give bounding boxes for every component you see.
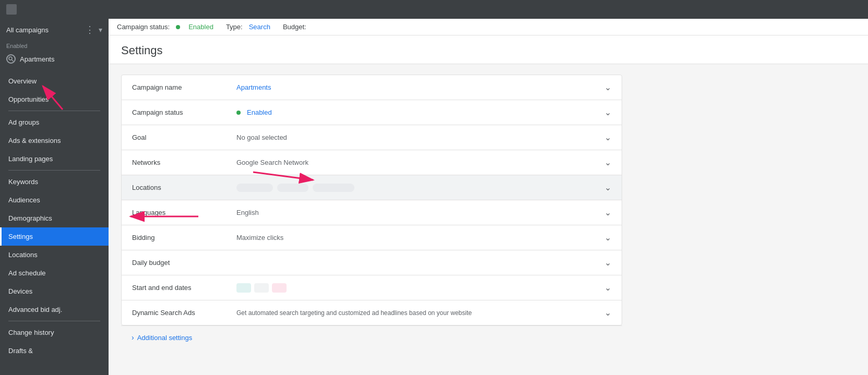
sidebar-item-overview[interactable]: Overview [0,72,109,90]
dynamic-search-ads-field-value: Get automated search targeting and custo… [236,309,604,317]
date-pill-gray [254,283,269,293]
campaign-status-field-value: Enabled [236,108,604,116]
settings-row-dynamic-search-ads[interactable]: Dynamic Search Ads Get automated search … [122,300,622,325]
sidebar-campaign-item[interactable]: Apartments [6,51,102,67]
sidebar-header: All campaigns ⋮ ▾ [0,19,109,41]
settings-row-networks[interactable]: Networks Google Search Network ⌄ [122,150,622,175]
additional-settings-label: Additional settings [137,334,193,342]
sidebar-item-landing-pages[interactable]: Landing pages [0,150,109,168]
bidding-chevron: ⌄ [604,233,611,243]
daily-budget-chevron: ⌄ [604,258,611,268]
sidebar-item-opportunities[interactable]: Opportunities [0,90,109,108]
settings-row-goal[interactable]: Goal No goal selected ⌄ [122,125,622,150]
networks-field-value: Google Search Network [236,159,604,166]
date-pill-teal [236,283,251,293]
networks-chevron: ⌄ [604,158,611,167]
campaign-status-value: Enabled [188,23,213,31]
start-end-dates-chevron: ⌄ [604,283,611,293]
locations-field-label: Locations [132,184,236,191]
date-pill-pink [272,283,287,293]
sidebar-item-change-history[interactable]: Change history [0,323,109,342]
campaign-type-label: Type: [226,23,243,31]
sidebar-item-ad-schedule[interactable]: Ad schedule [0,264,109,282]
campaign-status-field-label: Campaign status [132,108,236,116]
content-area: Campaign status: Enabled Type: Search Bu… [109,19,868,375]
sidebar-item-ads-extensions[interactable]: Ads & extensions [0,131,109,150]
sidebar-item-keywords[interactable]: Keywords [0,173,109,191]
campaign-name-field-label: Campaign name [132,83,236,91]
sidebar-item-drafts[interactable]: Drafts & [0,342,109,360]
sidebar: All campaigns ⋮ ▾ Enabled Apartments Ove… [0,19,109,375]
goal-field-value: No goal selected [236,134,604,141]
daily-budget-field-label: Daily budget [132,259,236,267]
location-pill-2 [277,184,308,192]
campaign-status-chevron: ⌄ [604,107,611,117]
settings-row-locations[interactable]: Locations ⌄ [122,175,622,200]
campaign-status-bar: Campaign status: Enabled Type: Search Bu… [109,19,868,35]
sidebar-arrow-icon[interactable]: ▾ [99,26,102,34]
sidebar-item-devices[interactable]: Devices [0,282,109,300]
status-enabled-dot [236,111,241,115]
campaign-status-dot [176,25,180,29]
campaign-type-value: Search [249,23,270,31]
start-end-dates-field-label: Start and end dates [132,284,236,292]
settings-row-start-end-dates[interactable]: Start and end dates ⌄ [122,275,622,300]
campaign-status-label: Enabled [6,43,102,49]
sidebar-nav: Overview Opportunities Ad groups Ads & e… [0,72,109,375]
languages-field-label: Languages [132,209,236,216]
page-title: Settings [121,44,855,57]
campaign-name-field-value: Apartments [236,83,604,91]
sidebar-campaign: Enabled Apartments [0,41,109,72]
search-icon [6,54,16,64]
networks-field-label: Networks [132,159,236,166]
dynamic-search-ads-field-label: Dynamic Search Ads [132,309,236,317]
goal-field-label: Goal [132,134,236,141]
goal-chevron: ⌄ [604,132,611,142]
svg-line-1 [12,60,14,62]
settings-content: Campaign name Apartments ⌄ Campaign stat… [109,64,868,375]
location-pill-3 [313,184,354,192]
status-enabled-text: Enabled [247,108,272,116]
sidebar-dots-icon[interactable]: ⋮ [85,24,94,35]
settings-card: Campaign name Apartments ⌄ Campaign stat… [121,75,622,325]
dynamic-search-ads-chevron: ⌄ [604,308,611,318]
app-logo [6,4,17,15]
svg-point-0 [9,57,12,60]
settings-row-campaign-name[interactable]: Campaign name Apartments ⌄ [122,75,622,100]
sidebar-all-campaigns-label[interactable]: All campaigns [6,26,81,34]
additional-settings-chevron-left: › [132,333,134,342]
campaign-status-text-label: Campaign status: [117,23,170,31]
start-end-dates-field-value [236,283,604,293]
campaign-budget-label: Budget: [283,23,306,31]
sidebar-item-ad-groups[interactable]: Ad groups [0,113,109,131]
languages-field-value: English [236,209,604,216]
campaign-name-chevron: ⌄ [604,82,611,92]
location-pill-1 [236,184,273,192]
campaign-name-label: Apartments [20,55,54,63]
languages-chevron: ⌄ [604,208,611,217]
bidding-field-label: Bidding [132,234,236,241]
settings-row-bidding[interactable]: Bidding Maximize clicks ⌄ [122,225,622,250]
additional-settings[interactable]: › Additional settings [121,325,622,349]
locations-field-value [236,184,604,192]
settings-row-languages[interactable]: Languages English ⌄ [122,200,622,225]
sidebar-item-audiences[interactable]: Audiences [0,191,109,209]
sidebar-item-locations[interactable]: Locations [0,246,109,264]
page-title-bar: Settings [109,35,868,64]
sidebar-item-settings[interactable]: Settings [0,227,109,246]
settings-row-daily-budget[interactable]: Daily budget ⌄ [122,250,622,275]
locations-chevron: ⌄ [604,183,611,192]
bidding-field-value: Maximize clicks [236,234,604,241]
date-pills [236,283,287,293]
sidebar-item-advanced-bid[interactable]: Advanced bid adj. [0,300,109,319]
settings-row-campaign-status[interactable]: Campaign status Enabled ⌄ [122,100,622,125]
sidebar-item-demographics[interactable]: Demographics [0,209,109,227]
